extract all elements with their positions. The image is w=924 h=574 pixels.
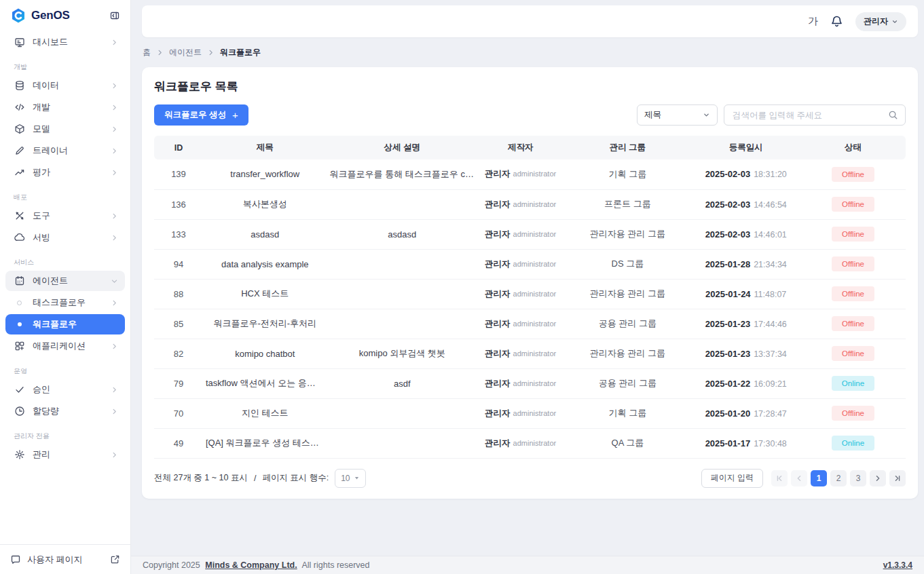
workflow-table: ID제목상세 설명제작자관리 그룹등록일시상태 139transfer_work…: [154, 136, 906, 459]
cell-title: 지인 테스트: [203, 398, 327, 428]
sidebar-item-label: 애플리케이션: [33, 340, 103, 352]
cell-status: Offline: [800, 219, 906, 249]
sidebar-item-label: 대시보드: [33, 36, 103, 48]
page-button-1[interactable]: 1: [811, 470, 827, 486]
sidebar-item-approval[interactable]: 승인: [5, 379, 125, 400]
search-icon[interactable]: [888, 110, 898, 120]
chevron-down-icon: [703, 111, 710, 119]
sidebar-section-label: 개발: [14, 62, 130, 72]
table-row[interactable]: 133asdasdasdasd관리자administrator관리자용 관리 그…: [154, 219, 906, 249]
sidebar-item-application[interactable]: 애플리케이션: [5, 336, 125, 356]
cell-status: Offline: [800, 159, 906, 189]
page-input-button[interactable]: 페이지 입력: [701, 469, 763, 488]
sidebar-item-trainer[interactable]: 트레이너: [5, 140, 125, 161]
creator-name: 관리자: [485, 199, 511, 209]
cell-title: komipo chatbot: [203, 339, 327, 368]
sidebar-item-model[interactable]: 모델: [5, 119, 125, 139]
cell-status: Offline: [800, 398, 906, 428]
cell-title: taskflow 액션에서 오는 응답 cust...: [203, 368, 327, 398]
breadcrumb-item[interactable]: 홈: [143, 47, 151, 58]
table-row[interactable]: 139transfer_workflow워크플로우를 통해 태스크플로우 ch.…: [154, 159, 906, 189]
cell-title: 복사본생성: [203, 189, 327, 219]
sidebar-item-workflow[interactable]: 워크플로우: [5, 314, 125, 334]
company-link[interactable]: Minds & Company Ltd.: [205, 560, 297, 570]
genos-logo[interactable]: GenOS: [10, 7, 70, 24]
sidebar-collapse-icon[interactable]: [109, 10, 120, 21]
cell-title: asdasd: [203, 219, 327, 249]
create-workflow-button[interactable]: 워크플로우 생성 +: [154, 104, 248, 126]
sidebar-item-label: 승인: [33, 383, 103, 396]
date-value: 2025-01-23: [705, 349, 751, 359]
cell-description: 워크플로우를 통해 태스크플로우 ch...: [327, 159, 477, 189]
sidebar-item-tools[interactable]: 도구: [5, 206, 125, 226]
creator-username: administrator: [513, 439, 557, 447]
sidebar-section-label: 관리자 전용: [14, 432, 130, 441]
creator-name: 관리자: [485, 319, 511, 328]
page-button-2[interactable]: 2: [830, 470, 847, 486]
creator-username: administrator: [513, 170, 557, 178]
creator-username: administrator: [513, 349, 557, 358]
status-badge: Offline: [832, 346, 874, 361]
sidebar-item-develop[interactable]: 개발: [5, 97, 125, 117]
search-field-select[interactable]: 제목: [637, 104, 718, 126]
sidebar-item-taskflow[interactable]: 태스크플로우: [5, 292, 125, 313]
sidebar-item-agent[interactable]: 에이전트: [5, 271, 125, 291]
creator-username: administrator: [513, 200, 557, 208]
chevron-right-icon: [111, 212, 118, 220]
notification-bell-icon[interactable]: [830, 15, 843, 28]
search-box: [724, 104, 906, 126]
table-row[interactable]: 94data analysis example관리자administratorD…: [154, 249, 906, 279]
page-title: 워크플로우 목록: [154, 79, 906, 94]
page-prev-button[interactable]: [791, 470, 807, 486]
cell-creator: 관리자administrator: [477, 159, 563, 189]
creator-name: 관리자: [485, 438, 511, 448]
app-root: GenOS 대시보드개발데이터개발모델트레이너평가배포도구서빙서비스에이전트태스…: [0, 0, 924, 574]
version-link[interactable]: v1.3.3.4: [883, 560, 912, 570]
cell-group: 공용 관리 그룹: [563, 309, 691, 339]
chevron-right-icon: [111, 126, 118, 133]
creator-name: 관리자: [485, 349, 511, 358]
cell-status: Offline: [800, 339, 906, 368]
chevron-right-icon: [111, 234, 118, 242]
chevron-right-icon: [111, 104, 118, 111]
table-row[interactable]: 85워크플로우-전처리-후처리관리자administrator공용 관리 그룹2…: [154, 309, 906, 339]
page-last-button[interactable]: [889, 470, 906, 486]
breadcrumb-item[interactable]: 에이전트: [169, 47, 202, 58]
font-size-button[interactable]: 가: [808, 15, 818, 28]
rows-per-page-select[interactable]: 10: [335, 469, 366, 488]
cell-datetime: 2025-01-2017:28:47: [691, 398, 800, 428]
sidebar-item-serving[interactable]: 서빙: [5, 227, 125, 248]
sidebar-item-dashboard[interactable]: 대시보드: [5, 32, 125, 52]
copyright-suffix: All rights reserved: [301, 560, 369, 570]
page-next-button[interactable]: [870, 470, 886, 486]
time-value: 17:44:46: [754, 320, 787, 329]
cell-id: 139: [154, 159, 203, 189]
date-value: 2025-01-23: [705, 319, 751, 329]
sidebar-item-admin[interactable]: 관리: [5, 444, 125, 465]
table-row[interactable]: 82komipo chatbotkomipo 외부검색 챗봇관리자adminis…: [154, 339, 906, 368]
table-row[interactable]: 88HCX 테스트관리자administrator관리자용 관리 그룹2025-…: [154, 279, 906, 309]
table-row[interactable]: 136복사본생성관리자administrator프론트 그룹2025-02-03…: [154, 189, 906, 219]
column-header: 제목: [203, 136, 327, 159]
cell-status: Online: [800, 368, 906, 398]
search-input[interactable]: [731, 110, 883, 121]
table-row[interactable]: 49[QA] 워크플로우 생성 테스트 1관리자administratorQA …: [154, 428, 906, 458]
sidebar-item-data[interactable]: 데이터: [5, 75, 125, 96]
page-first-button[interactable]: [771, 470, 788, 486]
sidebar-user-page-link[interactable]: 사용자 페이지: [0, 544, 130, 574]
date-value: 2025-02-03: [705, 229, 751, 240]
status-badge: Offline: [832, 406, 874, 421]
time-value: 17:30:48: [754, 439, 787, 448]
cell-group: 관리자용 관리 그룹: [563, 339, 691, 368]
date-value: 2025-01-28: [705, 259, 751, 269]
page-button-3[interactable]: 3: [850, 470, 866, 486]
table-row[interactable]: 70지인 테스트관리자administrator기획 그룹2025-01-201…: [154, 398, 906, 428]
chevron-right-icon: [111, 39, 118, 46]
cell-datetime: 2025-01-2216:09:21: [691, 368, 800, 398]
table-row[interactable]: 79taskflow 액션에서 오는 응답 cust...asdf관리자admi…: [154, 368, 906, 398]
sidebar-item-evaluation[interactable]: 평가: [5, 162, 125, 183]
content-card: 워크플로우 목록 워크플로우 생성 + 제목: [142, 67, 918, 499]
table-footer: 전체 27개 중 1 ~ 10 표시 / 페이지 표시 행수: 10 페이지 입…: [154, 469, 906, 488]
profile-menu-button[interactable]: 관리자: [855, 12, 906, 31]
sidebar-item-quota[interactable]: 할당량: [5, 401, 125, 421]
